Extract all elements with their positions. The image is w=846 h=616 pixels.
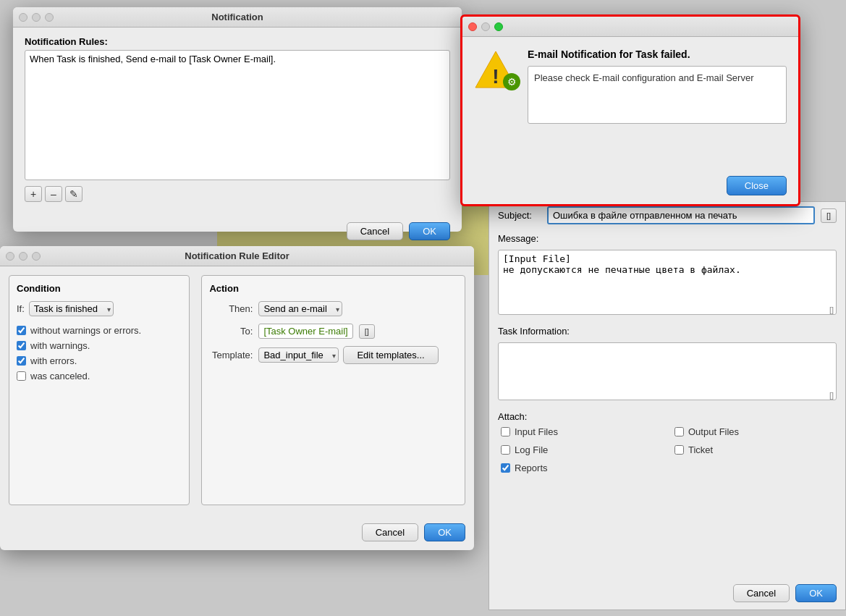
checkbox-with-errors[interactable]	[17, 356, 26, 366]
attach-input-files-label: Input Files	[515, 426, 558, 437]
message-bracket-button[interactable]: []	[829, 305, 834, 314]
then-row: Then: Send an e-mail	[209, 301, 457, 316]
rule-editor-traffic-lights	[6, 252, 41, 261]
notification-rules-label: Notification Rules:	[25, 36, 450, 47]
ed-maximize-light[interactable]	[494, 22, 503, 31]
action-label: Action	[209, 283, 457, 294]
email-dialog-traffic-lights	[468, 22, 503, 31]
attach-title: Attach:	[498, 411, 837, 422]
rule-editor-ok-button[interactable]: OK	[424, 523, 465, 541]
checkbox-row-3: with errors.	[17, 355, 182, 366]
remove-rule-button[interactable]: –	[45, 186, 62, 202]
email-template-panel: Subject: [] Message: [] Task Information…	[488, 201, 846, 610]
template-select[interactable]: Bad_input_file	[258, 347, 339, 363]
task-info-textarea[interactable]	[498, 342, 837, 400]
notification-content: Notification Rules: When Task is finishe…	[13, 28, 462, 211]
attach-reports-label: Reports	[515, 463, 548, 473]
to-field[interactable]: [Task Owner E-mail]	[258, 324, 352, 339]
attach-input-files-checkbox[interactable]	[501, 427, 510, 436]
notification-ok-button[interactable]: OK	[409, 222, 450, 240]
attach-section: Attach: Input Files Output Files Log Fil…	[489, 407, 845, 482]
template-select-wrapper[interactable]: Bad_input_file	[258, 347, 339, 363]
email-dialog-titlebar	[462, 17, 798, 37]
attach-ticket-checkbox[interactable]	[674, 445, 684, 455]
then-select-wrapper[interactable]: Send an e-mail	[258, 301, 342, 316]
notification-titlebar: Notification	[13, 7, 462, 28]
email-dialog-right: E-mail Notification for Task failed. Ple…	[528, 48, 787, 156]
then-select[interactable]: Send an e-mail	[258, 301, 342, 316]
attach-output-files-checkbox[interactable]	[674, 427, 684, 436]
email-notification-dialog: ! ⚙ E-mail Notification for Task failed.…	[460, 14, 800, 206]
if-select-wrapper[interactable]: Task is finished	[29, 301, 114, 316]
task-info-label: Task Information:	[489, 321, 845, 338]
template-row: Template: Bad_input_file Edit templates.…	[209, 346, 457, 364]
gear-badge: ⚙	[503, 73, 520, 90]
subject-input[interactable]	[547, 206, 815, 224]
notification-list[interactable]: When Task is finished, Send e-mail to [T…	[25, 50, 450, 180]
checkbox-with-warnings[interactable]	[17, 341, 26, 350]
if-select[interactable]: Task is finished	[29, 301, 114, 316]
checkbox-with-warnings-label: with warnings.	[30, 340, 90, 351]
ed-close-light[interactable]	[468, 22, 477, 31]
email-dialog-content: ! ⚙ E-mail Notification for Task failed.…	[462, 37, 798, 168]
subject-bracket-button[interactable]: []	[821, 208, 837, 223]
edit-rule-button[interactable]: ✎	[65, 186, 83, 202]
message-area-wrapper: []	[498, 250, 837, 317]
to-bracket-button[interactable]: []	[359, 324, 375, 339]
message-textarea[interactable]	[498, 250, 837, 315]
then-label: Then:	[209, 303, 253, 314]
notification-title: Notification	[211, 12, 263, 22]
attach-grid: Input Files Output Files Log File Ticket…	[498, 426, 837, 478]
if-row: If: Task is finished	[17, 301, 182, 316]
add-rule-button[interactable]: +	[25, 186, 42, 202]
close-light[interactable]	[19, 13, 28, 22]
attach-output-files-label: Output Files	[688, 426, 739, 437]
checkbox-was-canceled-label: was canceled.	[30, 371, 90, 381]
condition-panel: Condition If: Task is finished without w…	[9, 275, 190, 505]
template-select-row: Bad_input_file Edit templates...	[258, 346, 438, 364]
email-dialog-close-button[interactable]: Close	[727, 176, 787, 195]
svg-text:!: !	[492, 65, 499, 88]
rule-editor-content: Condition If: Task is finished without w…	[0, 266, 474, 514]
to-label: To:	[209, 326, 253, 337]
attach-reports-checkbox[interactable]	[501, 463, 510, 473]
if-label: If:	[17, 303, 25, 314]
notification-toolbar: + – ✎	[25, 186, 450, 202]
re-minimize-light[interactable]	[19, 252, 28, 261]
attach-ticket: Ticket	[674, 444, 837, 455]
attach-reports: Reports	[501, 463, 663, 473]
email-dialog-buttons: Close	[727, 176, 787, 195]
template-cancel-button[interactable]: Cancel	[733, 584, 790, 602]
attach-log-file: Log File	[501, 444, 663, 455]
checkbox-with-errors-label: with errors.	[30, 355, 77, 366]
action-panel: Action Then: Send an e-mail To: [Task Ow…	[201, 275, 465, 505]
rule-editor-title: Notification Rule Editor	[185, 250, 289, 261]
attach-log-file-label: Log File	[515, 444, 548, 455]
task-info-bracket-button[interactable]: []	[829, 391, 834, 400]
warning-triangle-wrapper: ! ⚙	[474, 48, 517, 90]
attach-log-file-checkbox[interactable]	[501, 445, 510, 455]
ed-minimize-light[interactable]	[481, 22, 490, 31]
checkbox-row-1: without warnings or errors.	[17, 325, 182, 336]
notification-cancel-button[interactable]: Cancel	[347, 222, 403, 240]
edit-templates-button[interactable]: Edit templates...	[343, 346, 438, 364]
task-info-area-wrapper: []	[498, 342, 837, 402]
maximize-light[interactable]	[45, 13, 54, 22]
re-close-light[interactable]	[6, 252, 14, 261]
template-panel-buttons: Cancel OK	[733, 584, 837, 602]
checkbox-was-canceled[interactable]	[17, 371, 26, 381]
checkbox-no-warnings-label: without warnings or errors.	[30, 325, 141, 336]
attach-ticket-label: Ticket	[688, 444, 713, 455]
checkbox-row-4: was canceled.	[17, 371, 182, 381]
minimize-light[interactable]	[32, 13, 41, 22]
re-maximize-light[interactable]	[32, 252, 41, 261]
notification-window: Notification Notification Rules: When Ta…	[13, 7, 462, 232]
template-label: Template:	[209, 350, 253, 360]
template-ok-button[interactable]: OK	[795, 584, 837, 602]
condition-label: Condition	[17, 283, 182, 294]
task-info-row: []	[489, 338, 845, 407]
checkbox-no-warnings[interactable]	[17, 326, 26, 335]
rule-editor-cancel-button[interactable]: Cancel	[362, 523, 418, 541]
attach-input-files: Input Files	[501, 426, 663, 437]
gear-icon: ⚙	[507, 76, 517, 88]
